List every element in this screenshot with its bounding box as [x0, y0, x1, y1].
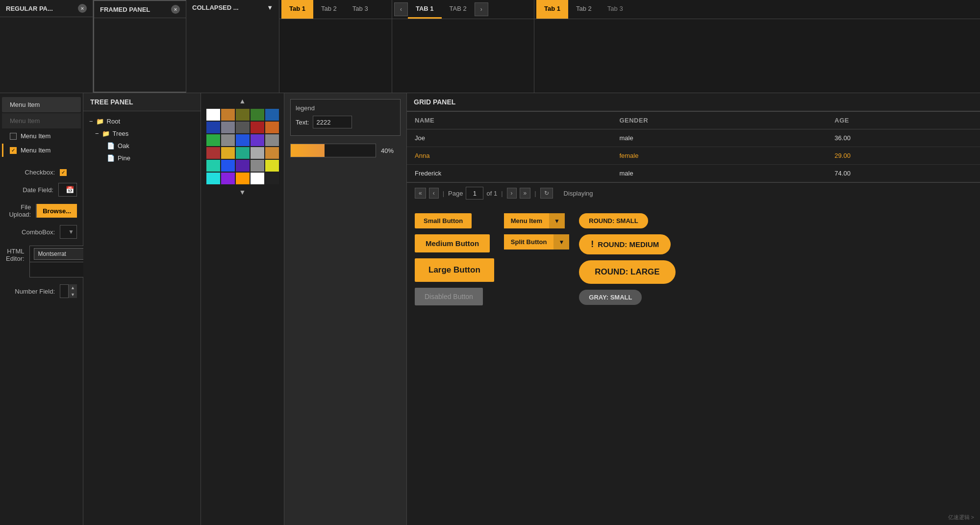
tree-node-pine-label: Pine [118, 154, 130, 162]
color-swatch-10[interactable] [206, 134, 220, 146]
split-button[interactable]: Split Button [504, 234, 554, 250]
color-swatch-16[interactable] [221, 147, 235, 159]
tree-node-root[interactable]: − 📁 Root [83, 115, 201, 127]
tab-panel2-prev[interactable]: ‹ [394, 2, 408, 16]
last-page-button[interactable]: » [520, 188, 531, 199]
color-swatch-5[interactable] [206, 122, 220, 133]
file-icon-oak: 📄 [107, 142, 115, 150]
color-swatch-12[interactable] [236, 134, 250, 146]
menu-item-1[interactable]: Menu Item [2, 97, 81, 112]
grid-col-gender[interactable]: GENDER [611, 112, 827, 129]
displaying-label: Displaying [564, 190, 593, 197]
split-button-dropdown[interactable]: ▼ [553, 234, 569, 250]
framed-panel-header: FRAMED PANEL × [94, 1, 186, 18]
color-swatch-19[interactable] [265, 147, 279, 159]
tab-panel2-tab2[interactable]: TAB 2 [442, 0, 475, 19]
tab-panel3-tab3[interactable]: Tab 3 [600, 0, 631, 19]
color-swatch-20[interactable] [206, 160, 220, 172]
tab-panel1-tab3[interactable]: Tab 3 [345, 0, 376, 19]
color-swatch-white[interactable] [206, 109, 220, 121]
buttons-grid: Small Button Medium Button Large Button … [415, 213, 972, 305]
tab-panel1-tab1[interactable]: Tab 1 [281, 0, 313, 19]
color-swatch-9[interactable] [265, 122, 279, 133]
regular-panel-close[interactable]: × [78, 4, 87, 13]
color-swatch-18[interactable] [251, 147, 264, 159]
tab-panel2-next[interactable]: › [475, 2, 488, 16]
progress-bar-wrap: 40% [290, 144, 401, 157]
tab-panel2-tab1[interactable]: TAB 1 [408, 0, 442, 19]
framed-panel-close[interactable]: × [171, 5, 180, 14]
round-small-button[interactable]: ROUND: SMALL [579, 213, 648, 228]
color-swatch-26[interactable] [221, 173, 235, 184]
color-picker-down-arrow[interactable]: ▼ [237, 186, 248, 198]
prev-page-button[interactable]: ‹ [429, 188, 439, 199]
number-field-row: Number Field: ▲ ▼ [6, 284, 77, 298]
menu-item-button[interactable]: Menu Item [504, 213, 549, 228]
color-swatch-24[interactable] [265, 160, 279, 172]
watermark: 亿速逻辑 > [948, 514, 974, 521]
table-row[interactable]: Frederick male 74.00 [407, 165, 980, 182]
browse-button[interactable]: Browse... [37, 204, 77, 218]
color-swatch-6[interactable] [221, 122, 235, 133]
tab-bar-2: ‹ TAB 1 TAB 2 › [392, 0, 534, 19]
page-number-input[interactable] [466, 187, 483, 200]
grid-col-name[interactable]: NAME [407, 112, 611, 129]
cell-name-joe: Joe [407, 129, 611, 147]
color-swatch-15[interactable] [206, 147, 220, 159]
combo-select[interactable] [60, 225, 77, 239]
grid-panel-title: GRID PANEL [407, 93, 980, 112]
tree-node-trees[interactable]: − 📁 Trees [83, 127, 201, 140]
table-row[interactable]: Joe male 36.00 [407, 129, 980, 147]
tree-node-oak[interactable]: 📄 Oak [83, 140, 201, 152]
collapsed-panel-header[interactable]: COLLAPSED ... ▼ [186, 0, 279, 15]
tab-panel3-tab1[interactable]: Tab 1 [536, 0, 568, 19]
color-swatch-27[interactable] [236, 173, 250, 184]
menu-item-4-checked[interactable]: ✓ Menu Item [2, 144, 81, 157]
color-swatch-22[interactable] [236, 160, 250, 172]
color-swatch-3[interactable] [251, 109, 264, 121]
color-picker-up-arrow[interactable]: ▲ [237, 95, 248, 107]
first-page-button[interactable]: « [415, 188, 426, 199]
round-large-button[interactable]: ROUND: LARGE [579, 260, 675, 284]
legend-text-input[interactable] [313, 116, 352, 128]
tree-node-pine[interactable]: 📄 Pine [83, 152, 201, 164]
color-swatch-17[interactable] [236, 147, 250, 159]
color-swatch-7[interactable] [236, 122, 250, 133]
color-swatch-14[interactable] [265, 134, 279, 146]
color-swatch-13[interactable] [251, 134, 264, 146]
color-swatch-23[interactable] [251, 160, 264, 172]
table-row[interactable]: Anna female 29.00 [407, 147, 980, 165]
refresh-button[interactable]: ↻ [540, 188, 553, 199]
color-swatch-8[interactable] [251, 122, 264, 133]
large-button[interactable]: Large Button [415, 258, 494, 282]
color-swatch-29[interactable] [265, 173, 279, 184]
number-down-button[interactable]: ▼ [68, 291, 77, 298]
next-page-button[interactable]: › [507, 188, 517, 199]
tab-panel-2: ‹ TAB 1 TAB 2 › [392, 0, 534, 93]
gray-small-button[interactable]: GRAY: SMALL [579, 290, 642, 305]
color-swatch-21[interactable] [221, 160, 235, 172]
color-swatch-2[interactable] [236, 109, 250, 121]
tab-panel1-tab2[interactable]: Tab 2 [313, 0, 345, 19]
color-swatch-4[interactable] [265, 109, 279, 121]
menu-item-3-checkbox[interactable]: Menu Item [2, 129, 81, 143]
split-button-wrap: Split Button ▼ [504, 234, 570, 250]
medium-button[interactable]: Medium Button [415, 234, 490, 252]
page-text-label: Page [448, 190, 463, 197]
cell-gender-anna: female [611, 147, 827, 165]
color-swatch-25[interactable] [206, 173, 220, 184]
color-swatch-28[interactable] [251, 173, 264, 184]
menu-item-dropdown-button[interactable]: ▼ [549, 213, 565, 228]
number-up-button[interactable]: ▲ [68, 284, 77, 291]
calendar-icon: 📅 [66, 186, 74, 194]
color-swatch-1[interactable] [221, 109, 235, 121]
buttons-col-mid: Menu Item ▼ Split Button ▼ [504, 213, 570, 250]
page-of-label: of 1 [486, 190, 497, 197]
tab-panel3-tab2[interactable]: Tab 2 [568, 0, 600, 19]
color-swatch-11[interactable] [221, 134, 235, 146]
small-button[interactable]: Small Button [415, 213, 472, 228]
grid-col-age[interactable]: AGE [827, 112, 980, 129]
checkbox-form-icon[interactable]: ✓ [60, 169, 67, 176]
round-medium-button[interactable]: ! ROUND: MEDIUM [579, 234, 671, 254]
legend-row: Text: [296, 116, 395, 128]
